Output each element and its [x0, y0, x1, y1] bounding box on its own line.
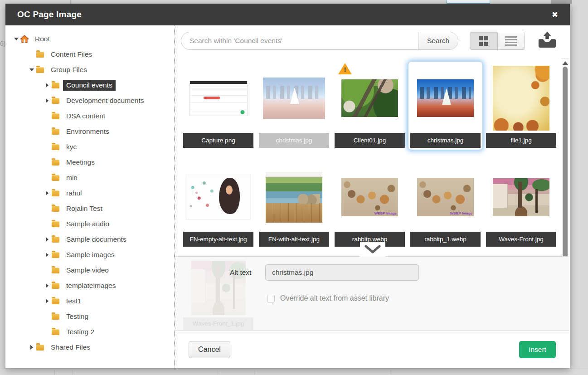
close-icon[interactable]: ✖: [552, 11, 558, 19]
tile-capture-png[interactable]: Capture.png: [183, 63, 253, 148]
tree-item-sample-video[interactable]: Sample video: [5, 263, 174, 278]
expander-spacer: [28, 51, 35, 58]
tree-item-label: DSA content: [63, 111, 108, 122]
tree-item-label: Council events: [63, 80, 116, 91]
expand-right-icon[interactable]: [44, 282, 51, 289]
override-alt-checkbox[interactable]: [267, 295, 275, 302]
thumbnail-area: !: [335, 63, 405, 133]
tree-item-label: Sample images: [63, 249, 118, 260]
folder-icon: [52, 175, 59, 181]
tree-item-label: Shared Files: [48, 342, 93, 353]
tree-item-label: Testing: [63, 311, 92, 322]
thumbnail-waves-front-jpg: [493, 178, 549, 216]
expand-right-icon[interactable]: [44, 298, 51, 304]
tile-label: FN-with-alt-text.jpg: [259, 232, 329, 247]
expander-spacer: [44, 267, 51, 273]
collapse-down-icon[interactable]: [28, 67, 35, 73]
search-input[interactable]: [181, 32, 418, 49]
folder-icon: [52, 329, 59, 335]
expander-spacer: [44, 175, 51, 181]
upload-button[interactable]: [536, 29, 559, 52]
tree-item-test1[interactable]: test1: [5, 293, 174, 309]
dialog-titlebar: OC Page Image ✖: [5, 4, 570, 25]
tree-item-testing[interactable]: Testing: [5, 309, 174, 324]
cancel-button[interactable]: Cancel: [189, 341, 230, 358]
collapse-panel-button[interactable]: [360, 242, 385, 257]
list-view-icon: [505, 36, 517, 46]
tile-christmas-jpg[interactable]: christmas.jpg: [259, 63, 329, 148]
folder-icon: [36, 67, 44, 73]
tree-item-templateimages[interactable]: templateimages: [5, 278, 174, 293]
tree-item-rahul[interactable]: rahul: [5, 185, 174, 201]
tree-item-min[interactable]: min: [5, 170, 174, 185]
thumbnail-client01-jpg: [341, 79, 398, 117]
tile-rabbitp-1-webp[interactable]: WEBP Imagerabbitp_1.webp: [410, 162, 481, 247]
tree-item-sample-audio[interactable]: Sample audio: [5, 216, 174, 232]
alt-text-panel: Waves-Front_1.jpg Alt text Override alt …: [175, 256, 569, 331]
tree-item-dsa-content[interactable]: DSA content: [5, 108, 174, 124]
tree-item-testing-2[interactable]: Testing 2: [5, 324, 174, 340]
webp-watermark: WEBP Image: [450, 211, 472, 215]
thumbnail-area: WEBP Image: [335, 162, 405, 232]
tile-fn-empty-alt-text-jpg[interactable]: FN-empty-alt-text.jpg: [183, 162, 253, 247]
tree-item-shared-files[interactable]: Shared Files: [5, 340, 174, 355]
page-behind-fragment: 6): [0, 40, 5, 47]
tile-file1-jpg[interactable]: file1.jpg: [486, 63, 556, 148]
webp-watermark: WEBP Image: [374, 211, 397, 215]
tile-waves-front-jpg[interactable]: Waves-Front.jpg: [486, 162, 556, 247]
folder-icon: [52, 268, 59, 273]
collapse-down-icon[interactable]: [13, 36, 20, 42]
page-behind-teal-element: [447, 0, 490, 4]
tree-item-label: Root: [32, 34, 53, 44]
tree-item-label: Rojalin Test: [63, 203, 106, 214]
tree-item-label: Sample documents: [63, 234, 130, 245]
folder-icon: [52, 98, 59, 104]
scroll-up-icon[interactable]: [563, 61, 568, 65]
tree-item-group-files[interactable]: Group Files: [5, 62, 174, 78]
tree-item-sample-documents[interactable]: Sample documents: [5, 232, 174, 247]
tile-label: Waves-Front.jpg: [486, 232, 556, 247]
tile-christmas-jpg[interactable]: christmas.jpg: [410, 63, 481, 148]
insert-button[interactable]: Insert: [519, 341, 556, 358]
tree-item-label: Group Files: [48, 64, 90, 75]
oc-page-image-dialog: OC Page Image ✖ RootContent FilesGroup F…: [5, 4, 570, 368]
tree-item-label: Development documents: [63, 95, 147, 106]
tree-item-sample-images[interactable]: Sample images: [5, 247, 174, 263]
folder-icon: [52, 160, 59, 166]
tile-client01-jpg[interactable]: !Client01.jpg: [335, 63, 405, 148]
tree-item-label: Environments: [63, 126, 112, 137]
expander-spacer: [44, 113, 51, 119]
expand-right-icon[interactable]: [44, 236, 51, 243]
dialog-footer: Cancel Insert: [175, 331, 569, 368]
tree-item-rojalin-test[interactable]: Rojalin Test: [5, 201, 174, 216]
tree-item-label: kyc: [63, 141, 80, 152]
tile-fn-with-alt-text-jpg[interactable]: FN-with-alt-text.jpg: [259, 162, 329, 247]
tree-item-content-files[interactable]: Content Files: [5, 47, 174, 62]
tree-item-kyc[interactable]: kyc: [5, 139, 174, 155]
tree-item-environments[interactable]: Environments: [5, 124, 174, 139]
tile-rabbitp-webp[interactable]: WEBP Imagerabbitp.webp: [335, 162, 405, 247]
folder-icon: [52, 221, 59, 227]
tree-item-council-events[interactable]: Council events: [5, 78, 174, 93]
expand-right-icon[interactable]: [44, 82, 51, 88]
tree-item-development-documents[interactable]: Development documents: [5, 93, 174, 108]
expander-spacer: [44, 128, 51, 135]
folder-icon: [52, 298, 59, 304]
tree-item-label: Sample video: [63, 265, 112, 276]
page-behind-divider: [70, 0, 71, 4]
scrollbar-thumb[interactable]: [563, 67, 568, 258]
tree-item-label: Sample audio: [63, 219, 112, 229]
expand-right-icon[interactable]: [44, 190, 51, 196]
alt-text-input[interactable]: [265, 264, 419, 281]
expand-right-icon[interactable]: [44, 252, 51, 258]
thumbnail-fn-empty-alt-text-jpg: [186, 175, 251, 220]
tree-item-meetings[interactable]: Meetings: [5, 155, 174, 170]
tree-item-root[interactable]: Root: [5, 31, 174, 47]
expand-right-icon[interactable]: [44, 97, 51, 104]
list-view-button[interactable]: [497, 32, 525, 49]
tree-item-label: Meetings: [63, 157, 98, 168]
expand-right-icon[interactable]: [28, 344, 35, 351]
grid-view-button[interactable]: [470, 32, 497, 49]
tile-label: rabbitp_1.webp: [410, 232, 481, 247]
search-button[interactable]: Search: [418, 32, 458, 49]
